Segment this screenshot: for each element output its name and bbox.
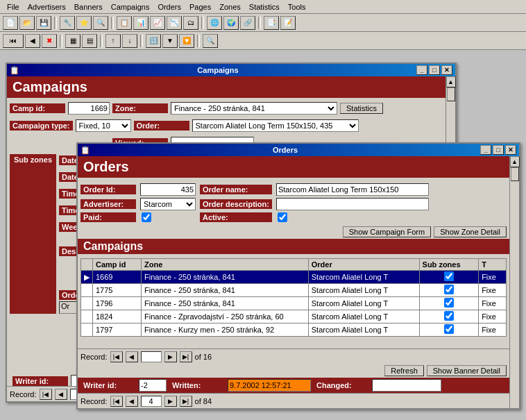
- campaigns-heading: Campaigns: [7, 76, 446, 98]
- nav-prev-orders2[interactable]: ◀: [126, 396, 138, 407]
- written-value[interactable]: [228, 379, 311, 392]
- row-camp-id: 1824: [93, 310, 142, 324]
- nav-next-orders2[interactable]: ▶: [164, 396, 177, 407]
- tb-btn-12[interactable]: 📑: [264, 16, 279, 30]
- order-desc-input[interactable]: [276, 198, 429, 210]
- paid-checkbox[interactable]: [140, 212, 153, 222]
- tb2-btn-4[interactable]: ▦: [65, 34, 80, 48]
- menu-statistics[interactable]: Statistics: [245, 1, 284, 12]
- col-header-sub-zones[interactable]: Sub zones: [419, 259, 479, 271]
- show-banner-button[interactable]: Show Banner Detail: [427, 365, 507, 376]
- tb-btn-4[interactable]: 📋: [117, 16, 132, 30]
- show-campaign-button[interactable]: Show Campaign Form: [343, 226, 431, 237]
- col-header-zone[interactable]: Zone: [142, 259, 309, 271]
- changed-value[interactable]: [372, 379, 441, 392]
- order-name-input[interactable]: [276, 183, 429, 196]
- campaigns-table: Camp id Zone Order Sub zones T ▶1669Fina…: [80, 258, 507, 337]
- tb2-btn-1[interactable]: ⏮: [3, 34, 24, 48]
- tb2-btn-3[interactable]: ✖: [42, 34, 57, 48]
- scroll-thumb-campaigns[interactable]: [447, 87, 455, 101]
- nav-page-orders2[interactable]: [141, 396, 162, 407]
- writer-id-value[interactable]: -2: [139, 379, 167, 392]
- orders-maximize[interactable]: □: [493, 145, 504, 155]
- sub-zones-checkbox[interactable]: [444, 311, 454, 321]
- col-header-order[interactable]: Order: [308, 259, 419, 271]
- menu-orders[interactable]: Orders: [153, 1, 185, 12]
- tb2-btn-5[interactable]: ▤: [82, 34, 97, 48]
- nav-prev-orders[interactable]: ◀: [126, 351, 138, 362]
- titlebar-controls: _ □ ✕: [416, 65, 452, 75]
- row-camp-id: 1775: [93, 284, 142, 297]
- nav-last-orders2[interactable]: ▶|: [180, 396, 192, 407]
- tb-btn-6[interactable]: 📈: [150, 16, 165, 30]
- minimize-button[interactable]: _: [416, 65, 427, 75]
- active-checkbox[interactable]: [276, 212, 289, 222]
- table-row[interactable]: 1824Finance - Zpravodajství - 250 stránk…: [81, 310, 507, 324]
- sub-zones-checkbox[interactable]: [444, 285, 454, 294]
- tb-new[interactable]: 📄: [3, 16, 18, 30]
- menu-pages[interactable]: Pages: [185, 1, 215, 12]
- menu-zones[interactable]: Zones: [215, 1, 245, 12]
- order-select[interactable]: Starcom Aliatel Long Term 150x150, 435: [192, 119, 359, 132]
- nav-first-orders2[interactable]: |◀: [110, 396, 123, 407]
- tb-btn-11[interactable]: 🔗: [240, 16, 255, 30]
- tb2-btn-6[interactable]: ↑: [105, 34, 121, 48]
- tb-btn-8[interactable]: 🗂: [183, 16, 198, 30]
- col-header-type[interactable]: T: [479, 259, 507, 271]
- separator-7: [140, 35, 143, 47]
- menu-tools[interactable]: Tools: [284, 1, 310, 12]
- tb-save[interactable]: 💾: [36, 16, 51, 30]
- sub-zones-checkbox[interactable]: [444, 298, 454, 308]
- order-id-input[interactable]: [140, 183, 196, 196]
- tb2-btn-7[interactable]: ↓: [122, 34, 137, 48]
- nav-prev-campaigns[interactable]: ◀: [55, 389, 67, 400]
- scroll-thumb-orders[interactable]: [511, 167, 519, 181]
- tb-btn-9[interactable]: 🌐: [207, 16, 222, 30]
- menu-file[interactable]: File: [3, 1, 24, 12]
- close-button[interactable]: ✕: [441, 65, 452, 75]
- menu-campaigns[interactable]: Campaigns: [107, 1, 154, 12]
- scroll-up-orders[interactable]: ▲: [510, 156, 520, 167]
- menu-advertisers[interactable]: Advertisers: [24, 1, 70, 12]
- camp-id-input[interactable]: [68, 102, 110, 115]
- tb-open[interactable]: 📂: [19, 16, 35, 30]
- tb2-search[interactable]: 🔍: [203, 34, 218, 48]
- writer-id-label: Writer id:: [80, 380, 136, 390]
- table-row[interactable]: 1775Finance - 250 stránka, 841Starcom Al…: [81, 284, 507, 297]
- nav-first-orders[interactable]: |◀: [110, 351, 123, 362]
- nav-next-orders[interactable]: ▶: [164, 351, 177, 362]
- nav-last-orders[interactable]: ▶|: [180, 351, 192, 362]
- zone-select[interactable]: Finance - 250 stránka, 841: [171, 102, 337, 115]
- row-sub-zones: [419, 310, 479, 324]
- tb-btn-7[interactable]: 📉: [167, 16, 182, 30]
- tb-btn-13[interactable]: 📝: [280, 16, 296, 30]
- maximize-button[interactable]: □: [429, 65, 440, 75]
- refresh-button[interactable]: Refresh: [384, 365, 424, 376]
- scroll-up-campaigns[interactable]: ▲: [446, 76, 456, 87]
- campaign-type-select[interactable]: Fixed, 10: [76, 119, 131, 132]
- tb2-btn-2[interactable]: ◀: [25, 34, 40, 48]
- advertiser-select[interactable]: Starcom: [140, 198, 196, 210]
- tb-btn-2[interactable]: ⭐: [76, 16, 92, 30]
- table-row[interactable]: ▶1669Finance - 250 stránka, 841Starcom A…: [81, 271, 507, 284]
- table-row[interactable]: 1797Finance - Kurzy men - 250 stránka, 9…: [81, 324, 507, 337]
- table-row[interactable]: 1796Finance - 250 stránka, 841Starcom Al…: [81, 297, 507, 310]
- orders-scrollbar[interactable]: ▲: [509, 156, 519, 408]
- nav-first-campaigns[interactable]: |◀: [40, 389, 52, 400]
- sub-zones-checkbox[interactable]: [444, 271, 454, 281]
- tb2-btn-9[interactable]: ▼: [162, 34, 178, 48]
- show-zone-button[interactable]: Show Zone Detail: [434, 226, 507, 237]
- orders-minimize[interactable]: _: [480, 145, 491, 155]
- tb-btn-10[interactable]: 🌍: [223, 16, 239, 30]
- tb-btn-5[interactable]: 📊: [133, 16, 149, 30]
- menu-banners[interactable]: Banners: [70, 1, 107, 12]
- statistics-button[interactable]: Statistics: [340, 103, 383, 114]
- tb-btn-1[interactable]: 🔧: [60, 16, 75, 30]
- tb2-btn-8[interactable]: 🔢: [146, 34, 161, 48]
- col-header-camp-id[interactable]: Camp id: [93, 259, 142, 271]
- tb-btn-3[interactable]: 🔍: [93, 16, 108, 30]
- orders-close[interactable]: ✕: [505, 145, 516, 155]
- sub-zones-checkbox[interactable]: [444, 324, 454, 334]
- tb2-btn-10[interactable]: 🔽: [179, 34, 194, 48]
- nav-page-orders[interactable]: 1: [141, 351, 162, 362]
